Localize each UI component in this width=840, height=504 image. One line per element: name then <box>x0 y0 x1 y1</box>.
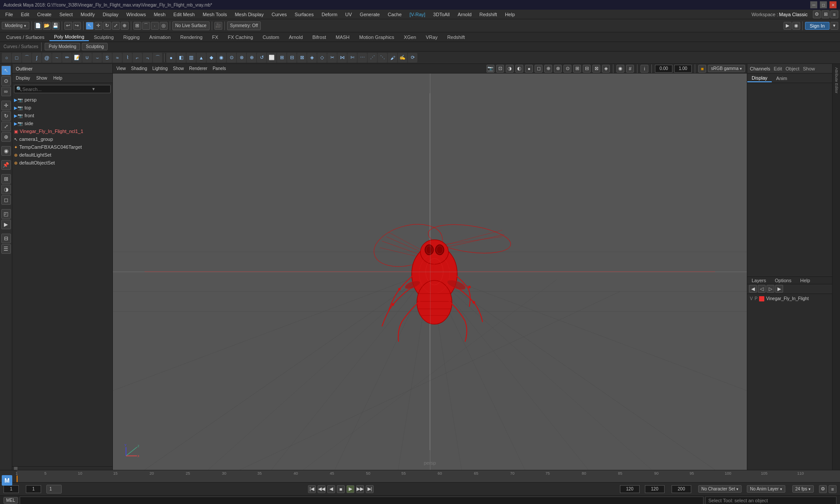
layer-next2-icon[interactable]: ▶ <box>775 285 783 293</box>
outliner-item-top[interactable]: ▶📷 top <box>12 104 112 112</box>
shape-circle-icon[interactable]: ○ <box>2 53 11 63</box>
no-anim-layer-btn[interactable]: No Anim Layer <box>747 485 785 493</box>
vp-shading3-icon[interactable]: ● <box>525 65 533 73</box>
shape-spiral-icon[interactable]: @ <box>42 53 52 63</box>
tab-xgen[interactable]: XGen <box>399 34 420 41</box>
shape-square-icon[interactable]: □ <box>12 53 21 63</box>
menu-select[interactable]: Select <box>56 11 77 18</box>
tab-curves-surfaces[interactable]: Curves / Surfaces <box>2 34 49 41</box>
soft-mod-btn[interactable]: ◉ <box>1 146 11 156</box>
surf-bound-icon[interactable]: ⊟ <box>287 53 297 63</box>
display-mode-btn[interactable]: ⊞ <box>1 174 11 184</box>
transform-btn[interactable]: ⊕ <box>1 132 11 142</box>
shape-tool1-icon[interactable]: ⌐ <box>133 53 142 63</box>
total-frames-input[interactable] <box>645 485 665 493</box>
outliner-item-cam-group[interactable]: ↖ camera1_group <box>12 135 112 143</box>
outliner-item-lightset[interactable]: ⊕ defaultLightSet <box>12 151 112 159</box>
surf-edit-icon[interactable]: ✍ <box>398 53 407 63</box>
vp-camera-select-icon[interactable]: 📷 <box>486 65 494 73</box>
scale-tool-icon[interactable]: ⤢ <box>112 22 120 30</box>
transform-tool-icon[interactable]: ⊕ <box>121 22 129 30</box>
vp-view-menu[interactable]: View <box>115 65 128 72</box>
options-tab[interactable]: Options <box>770 277 796 284</box>
close-button[interactable]: ✕ <box>830 1 836 8</box>
outliner-show-menu[interactable]: Show <box>35 75 49 81</box>
anim-extra-icon[interactable]: ≡ <box>829 485 836 493</box>
rotate-btn[interactable]: ↻ <box>1 111 11 121</box>
menu-uv[interactable]: UV <box>342 11 355 18</box>
layer-next-icon[interactable]: ▷ <box>766 285 774 293</box>
help-tab[interactable]: Help <box>796 277 815 284</box>
surf-fillet-icon[interactable]: ◈ <box>307 53 317 63</box>
workspace-settings-icon[interactable]: ⚙ <box>813 10 821 18</box>
shape-arc3-icon[interactable]: ⌣ <box>92 53 102 63</box>
workspace-extra-icon[interactable]: ≡ <box>830 10 838 18</box>
vp-display2-icon[interactable]: ⊗ <box>554 65 562 73</box>
menu-generate[interactable]: Generate <box>356 11 383 18</box>
tab-sculpting[interactable]: Sculpting <box>90 34 118 41</box>
move-tool-icon[interactable]: ✛ <box>94 22 102 30</box>
sign-in-dropdown-icon[interactable]: ▾ <box>830 22 838 30</box>
shape-arc-icon[interactable]: ⌒ <box>22 53 32 63</box>
search-dropdown-icon[interactable]: ▾ <box>92 86 95 92</box>
shape-wave-icon[interactable]: ≈ <box>112 53 122 63</box>
max-frames-input[interactable] <box>672 485 691 493</box>
menu-windows[interactable]: Windows <box>123 11 150 18</box>
surf-nurbs-icon[interactable]: ⊙ <box>227 53 236 63</box>
tab-motion-graphics[interactable]: Motion Graphics <box>355 34 399 41</box>
go-end-btn[interactable]: ▶| <box>366 485 374 493</box>
mode-dropdown[interactable]: Modeling <box>2 22 29 29</box>
outliner-display-menu[interactable]: Display <box>14 75 32 81</box>
vp-shading1-icon[interactable]: ◑ <box>506 65 514 73</box>
menu-help[interactable]: Help <box>501 11 518 18</box>
vp-display4-icon[interactable]: ⊞ <box>573 65 581 73</box>
snap-grid-icon[interactable]: ⊞ <box>133 22 141 30</box>
grid-display-btn[interactable]: ⊟ <box>1 234 11 243</box>
shape-curve-icon[interactable]: ∫ <box>32 53 42 63</box>
no-character-set-btn[interactable]: No Character Set <box>698 485 742 493</box>
anim-settings-icon[interactable]: ⚙ <box>819 485 827 493</box>
surf-paint-icon[interactable]: 🖌 <box>388 53 397 63</box>
menu-deform[interactable]: Deform <box>318 11 341 18</box>
current-frame-start-input[interactable] <box>4 485 19 493</box>
menu-display[interactable]: Display <box>99 11 122 18</box>
paint-select-btn[interactable]: ⊙ <box>1 76 11 86</box>
vp-color-icon[interactable]: ■ <box>698 65 706 73</box>
live-surface-btn[interactable]: No Live Surface <box>172 21 210 30</box>
snap-btn[interactable]: 📌 <box>1 160 11 170</box>
menu-mesh[interactable]: Mesh <box>150 11 169 18</box>
layer-btn[interactable]: ☰ <box>1 244 11 254</box>
surf-sphere-icon[interactable]: ● <box>166 53 176 63</box>
render-region-btn[interactable]: ◰ <box>1 209 11 219</box>
surf-planer-icon[interactable]: ⬜ <box>267 53 276 63</box>
surf-cube-icon[interactable]: ◧ <box>176 53 186 63</box>
vp-grid-icon[interactable]: # <box>626 65 634 73</box>
search-input[interactable] <box>22 87 92 92</box>
vp-value1-input[interactable] <box>655 65 672 73</box>
tab-fx[interactable]: FX <box>208 34 223 41</box>
end-frame-input[interactable] <box>620 485 640 493</box>
surf-diamond-icon[interactable]: ◆ <box>206 53 216 63</box>
outliner-item-side[interactable]: ▶📷 side <box>12 119 112 127</box>
vp-display3-icon[interactable]: ⊙ <box>564 65 571 73</box>
shape-pen-icon[interactable]: ✏ <box>62 53 72 63</box>
snap-curve-icon[interactable]: ⌒ <box>142 22 150 30</box>
menu-3dtoall[interactable]: 3DToAll <box>430 11 453 18</box>
shape-tool2-icon[interactable]: ¬ <box>143 53 152 63</box>
new-scene-icon[interactable]: 📄 <box>34 22 42 30</box>
save-icon[interactable]: 💾 <box>52 22 60 30</box>
tab-redshift[interactable]: Redshift <box>443 34 469 41</box>
viewport-3d[interactable]: persp X Y Z <box>113 74 747 470</box>
menu-file[interactable]: File <box>2 11 17 18</box>
layer-prev2-icon[interactable]: ◁ <box>758 285 766 293</box>
display-tab[interactable]: Display <box>747 74 772 82</box>
outliner-item-tempcam[interactable]: ✦ TempCamFBXASC046Target <box>12 143 112 151</box>
outliner-item-persp[interactable]: ▶📷 persp <box>12 96 112 104</box>
surf-rebuild-icon[interactable]: ⟳ <box>408 53 417 63</box>
shape-arc2-icon[interactable]: ∪ <box>82 53 92 63</box>
surf-extrude-icon[interactable]: ⊠ <box>297 53 307 63</box>
step-fwd-btn[interactable]: ▶▶ <box>356 485 364 493</box>
play-fwd-btn[interactable]: ▶ <box>346 485 354 493</box>
vp-lighting-menu[interactable]: Lighting <box>150 65 169 72</box>
surf-cone-icon[interactable]: ▲ <box>196 53 206 63</box>
